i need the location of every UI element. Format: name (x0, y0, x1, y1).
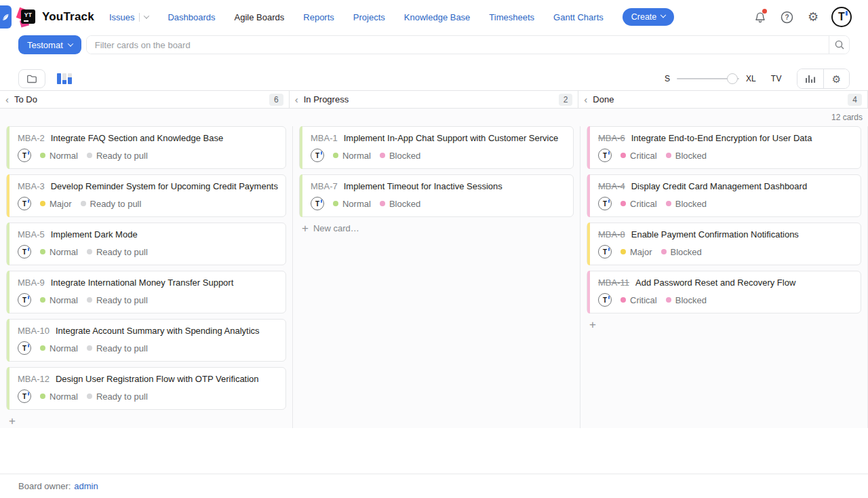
card-title[interactable]: Implement In-App Chat Support with Custo… (344, 133, 558, 143)
board-card[interactable]: MBA-10Integrate Account Summary with Spe… (6, 319, 286, 362)
nav-item-gantt-charts[interactable]: Gantt Charts (553, 12, 604, 22)
assignee-avatar[interactable]: T (598, 149, 612, 162)
priority-field[interactable]: Major (620, 247, 652, 257)
card-title[interactable]: Integrate International Money Transfer S… (51, 277, 234, 288)
card-id[interactable]: MBA-7 (311, 181, 338, 191)
board-card[interactable]: MBA-11Add Password Reset and Recovery Fl… (587, 271, 861, 313)
settings-gear-icon[interactable]: ⚙ (805, 9, 821, 25)
card-title[interactable]: Integrate FAQ Section and Knowledge Base (51, 133, 223, 143)
card-size-slider[interactable] (677, 73, 739, 84)
assignee-avatar[interactable]: T (311, 197, 324, 210)
card-title[interactable]: Integrate End-to-End Encryption for User… (631, 133, 812, 143)
state-field[interactable]: Ready to pull (81, 199, 142, 209)
state-field[interactable]: Ready to pull (87, 343, 148, 353)
priority-field[interactable]: Critical (620, 151, 657, 161)
board-card[interactable]: MBA-12Design User Registration Flow with… (6, 367, 286, 410)
board-card[interactable]: MBA-7Implement Timeout for Inactive Sess… (299, 174, 574, 217)
assignee-avatar[interactable]: T (18, 293, 31, 307)
card-id[interactable]: MBA-12 (18, 374, 50, 384)
state-field[interactable]: Ready to pull (87, 247, 148, 257)
state-field[interactable]: Ready to pull (87, 391, 148, 402)
board-card[interactable]: MBA-2Integrate FAQ Section and Knowledge… (6, 126, 286, 169)
state-field[interactable]: Blocked (666, 151, 707, 161)
card-title[interactable]: Display Credit Card Management Dashboard (631, 181, 807, 191)
state-field[interactable]: Blocked (666, 199, 707, 209)
assignee-avatar[interactable]: T (18, 341, 31, 355)
state-field[interactable]: Blocked (380, 151, 420, 161)
state-field[interactable]: Blocked (661, 247, 702, 257)
card-title[interactable]: Develop Reminder System for Upcoming Cre… (51, 181, 278, 191)
assignee-avatar[interactable]: T (18, 197, 31, 210)
board-owner-link[interactable]: admin (74, 481, 98, 491)
chart-view-button[interactable] (797, 69, 823, 88)
create-button[interactable]: Create (623, 8, 675, 26)
nav-item-dashboards[interactable]: Dashboards (167, 12, 215, 22)
user-avatar[interactable]: T (831, 7, 852, 27)
column-header-done[interactable]: ‹ Done 4 (578, 91, 868, 108)
priority-field[interactable]: Normal (40, 247, 78, 257)
backlog-folder-button[interactable] (18, 69, 45, 88)
help-icon[interactable]: ? (778, 9, 795, 25)
column-header-in-progress[interactable]: ‹ In Progress 2 (290, 91, 579, 108)
priority-field[interactable]: Normal (333, 199, 371, 209)
priority-field[interactable]: Normal (40, 391, 78, 402)
pinned-sidebar-tab[interactable] (0, 5, 12, 28)
card-title[interactable]: Implement Timeout for Inactive Sessions (344, 181, 502, 191)
search-button[interactable] (829, 36, 849, 54)
card-title[interactable]: Enable Payment Confirmation Notification… (631, 229, 799, 240)
notifications-bell-icon[interactable] (752, 9, 768, 25)
card-id[interactable]: MBA-1 (311, 133, 338, 143)
assignee-avatar[interactable]: T (598, 293, 612, 307)
card-id[interactable]: MBA-5 (18, 229, 45, 240)
card-id[interactable]: MBA-2 (18, 133, 45, 143)
board-columns-view-icon[interactable] (57, 73, 72, 84)
collapse-column-icon[interactable]: ‹ (295, 94, 298, 104)
board-card[interactable]: MBA-9Integrate International Money Trans… (6, 271, 286, 313)
priority-field[interactable]: Normal (40, 151, 78, 161)
assignee-avatar[interactable]: T (18, 149, 31, 162)
nav-item-timesheets[interactable]: Timesheets (489, 12, 534, 22)
assignee-avatar[interactable]: T (18, 245, 31, 258)
state-field[interactable]: Blocked (380, 199, 420, 209)
card-title[interactable]: Add Password Reset and Recovery Flow (635, 277, 795, 288)
add-card-button[interactable]: + (9, 415, 286, 427)
assignee-avatar[interactable]: T (18, 389, 31, 403)
board-card[interactable]: MBA-1Implement In-App Chat Support with … (299, 126, 574, 169)
collapse-column-icon[interactable]: ‹ (5, 94, 9, 104)
priority-field[interactable]: Critical (620, 199, 657, 209)
column-header-todo[interactable]: ‹ To Do 6 (0, 91, 290, 108)
card-id[interactable]: MBA-11 (598, 277, 629, 288)
state-field[interactable]: Ready to pull (87, 295, 148, 305)
chevron-down-icon[interactable] (144, 13, 149, 18)
slider-handle[interactable] (727, 73, 738, 84)
board-card[interactable]: MBA-6Integrate End-to-End Encryption for… (587, 126, 861, 169)
board-card[interactable]: MBA-8Enable Payment Confirmation Notific… (587, 223, 861, 265)
card-title[interactable]: Integrate Account Summary with Spending … (56, 326, 260, 336)
board-card[interactable]: MBA-4Display Credit Card Management Dash… (587, 174, 861, 217)
card-id[interactable]: MBA-10 (18, 326, 50, 336)
card-id[interactable]: MBA-9 (18, 277, 45, 288)
assignee-avatar[interactable]: T (311, 149, 324, 162)
card-id[interactable]: MBA-4 (598, 181, 625, 191)
priority-field[interactable]: Normal (40, 343, 78, 353)
assignee-avatar[interactable]: T (598, 245, 612, 258)
board-card[interactable]: MBA-5Implement Dark Mode T Normal Ready … (6, 223, 286, 265)
priority-field[interactable]: Normal (333, 151, 371, 161)
nav-item-issues[interactable]: Issues (109, 12, 149, 22)
card-id[interactable]: MBA-6 (598, 133, 625, 143)
card-title[interactable]: Implement Dark Mode (51, 229, 138, 240)
priority-field[interactable]: Critical (620, 295, 657, 305)
priority-field[interactable]: Major (40, 199, 72, 209)
add-card-button[interactable]: + (589, 319, 861, 330)
youtrack-logo[interactable]: YT YouTrack (19, 8, 94, 26)
board-selector-button[interactable]: Testomat (18, 35, 81, 54)
board-card[interactable]: MBA-3Develop Reminder System for Upcomin… (6, 174, 286, 217)
state-field[interactable]: Ready to pull (87, 151, 148, 161)
tv-mode-button[interactable]: TV (771, 74, 782, 83)
nav-item-knowledge-base[interactable]: Knowledge Base (404, 12, 471, 22)
nav-item-reports[interactable]: Reports (303, 12, 334, 22)
card-id[interactable]: MBA-3 (18, 181, 45, 191)
collapse-column-icon[interactable]: ‹ (584, 94, 587, 104)
new-card-button[interactable]: + New card… (302, 223, 574, 234)
board-settings-button[interactable]: ⚙ (823, 69, 849, 88)
